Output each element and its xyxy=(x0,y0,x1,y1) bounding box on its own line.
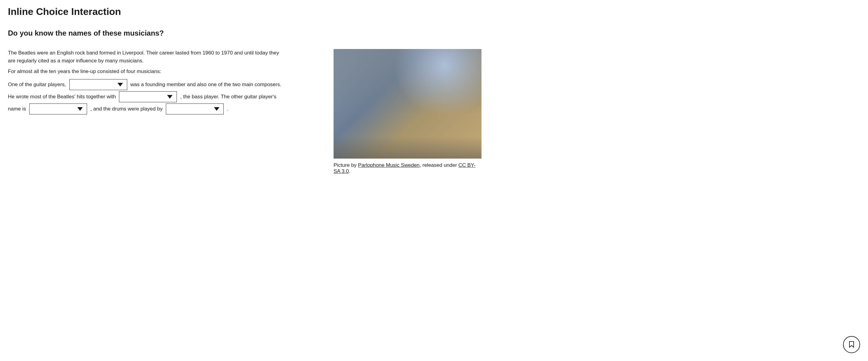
musician-select-2[interactable] xyxy=(119,91,177,102)
main-layout: The Beatles were an English rock band fo… xyxy=(8,49,860,174)
musician-select-4[interactable] xyxy=(166,103,224,115)
fill-text-1: One of the guitar players, xyxy=(8,82,68,87)
image-column: Picture by Parlophone Music Sweden, rele… xyxy=(334,49,482,174)
fill-text-5: . xyxy=(227,106,228,112)
caption-source-link[interactable]: Parlophone Music Sweden xyxy=(358,162,420,168)
musician-select-1[interactable] xyxy=(69,79,127,90)
question-heading: Do you know the names of these musicians… xyxy=(8,29,860,37)
page-title: Inline Choice Interaction xyxy=(8,6,860,17)
caption-middle: , released under xyxy=(420,162,459,168)
fill-in-paragraph: One of the guitar players, was a foundin… xyxy=(8,79,282,115)
lineup-paragraph: For almost all the ten years the line-up… xyxy=(8,67,282,76)
caption-suffix: . xyxy=(349,168,350,174)
caption-prefix: Picture by xyxy=(334,162,358,168)
band-photo xyxy=(334,49,482,158)
musician-select-1-wrapper xyxy=(69,79,127,90)
fill-text-4: , and the drums were played by xyxy=(90,106,164,112)
text-column: The Beatles were an English rock band fo… xyxy=(8,49,282,115)
musician-select-4-wrapper xyxy=(166,103,224,115)
intro-paragraph: The Beatles were an English rock band fo… xyxy=(8,49,282,64)
musician-select-3-wrapper xyxy=(29,103,87,115)
image-caption: Picture by Parlophone Music Sweden, rele… xyxy=(334,162,482,174)
musician-select-2-wrapper xyxy=(119,91,177,103)
musician-select-3[interactable] xyxy=(29,103,87,115)
